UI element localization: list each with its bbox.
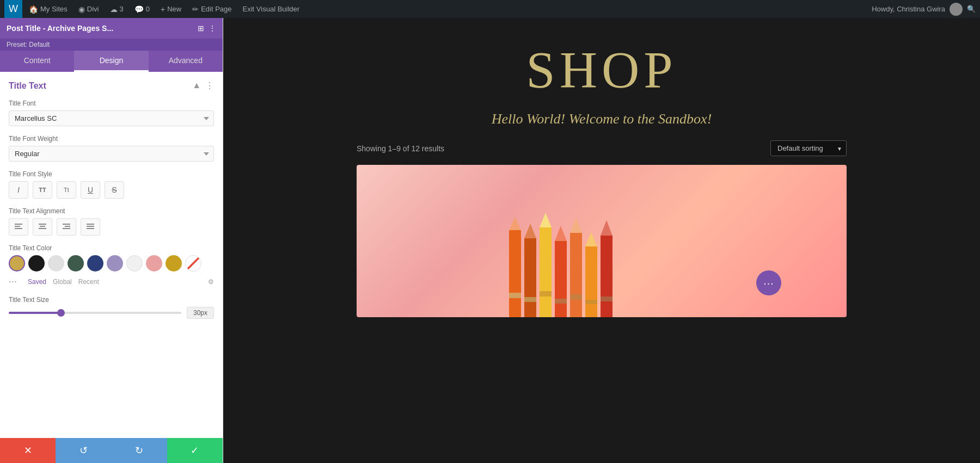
comments-count: 0	[146, 5, 150, 13]
divi-menu[interactable]: ◉ Divi	[74, 0, 103, 18]
tab-content-label: Content	[24, 56, 51, 65]
capitalize-button[interactable]: Tt	[57, 181, 76, 199]
svg-rect-17	[524, 297, 536, 302]
edit-page-label: Edit Page	[201, 5, 231, 13]
svg-rect-30	[601, 236, 612, 317]
sorting-wrapper: Default sorting Sort by popularity Sort …	[770, 140, 847, 156]
strikethrough-button[interactable]: S	[105, 181, 124, 199]
collapse-icon[interactable]: ▲	[192, 81, 201, 91]
color-swatch-gold[interactable]	[9, 255, 25, 271]
cancel-button[interactable]: ✕	[0, 438, 56, 463]
wp-logo[interactable]: W	[4, 0, 22, 18]
redo-icon: ↻	[135, 445, 143, 456]
redo-button[interactable]: ↻	[112, 438, 167, 463]
svg-marker-19	[540, 213, 552, 227]
cloud-menu[interactable]: ☁ 3	[106, 0, 128, 18]
home-icon: 🏠	[29, 5, 38, 14]
svg-marker-28	[585, 232, 597, 246]
svg-rect-24	[570, 233, 582, 317]
svg-rect-20	[540, 291, 552, 297]
save-button[interactable]: ✓	[167, 438, 223, 463]
align-right-button[interactable]	[57, 218, 76, 236]
tab-content[interactable]: Content	[0, 51, 74, 72]
title-text-color-label: Title Text Color	[9, 244, 214, 252]
size-input[interactable]: 30px	[187, 307, 214, 319]
preview-content: SHOP Hello World! Welcome to the Sandbox…	[223, 18, 980, 463]
svg-rect-32	[601, 297, 612, 301]
font-style-buttons: I TT Tt U S	[9, 181, 214, 199]
color-more-button[interactable]: ···	[9, 276, 17, 287]
panel-bottom-buttons: ✕ ↺ ↻ ✓	[0, 438, 223, 463]
wp-admin-bar: W 🏠 My Sites ◉ Divi ☁ 3 💬 0 + New ✏ Edit…	[0, 0, 980, 18]
align-left-button[interactable]	[9, 218, 28, 236]
section-header: Title Text ▲ ⋮	[9, 81, 214, 91]
comment-icon: 💬	[134, 5, 144, 14]
edit-page-menu[interactable]: ✏ Edit Page	[188, 0, 236, 18]
howdy-text: Howdy, Christina Gwira	[872, 5, 945, 13]
shop-subtitle: Hello World! Welcome to the Sandbox!	[492, 111, 712, 127]
maximize-icon[interactable]: ⊞	[198, 24, 204, 33]
underline-button[interactable]: U	[81, 181, 100, 199]
tab-design-label: Design	[100, 56, 124, 65]
tab-advanced[interactable]: Advanced	[149, 51, 223, 72]
exit-vb-label: Exit Visual Builder	[243, 5, 300, 13]
preset-bar[interactable]: Preset: Default	[0, 39, 223, 51]
panel-tabs: Content Design Advanced	[0, 51, 223, 72]
undo-button[interactable]: ↺	[56, 438, 111, 463]
exit-visual-builder-menu[interactable]: Exit Visual Builder	[238, 0, 304, 18]
svg-marker-25	[570, 218, 582, 233]
color-swatches	[9, 255, 214, 271]
title-font-weight-label: Title Font Weight	[9, 135, 214, 143]
title-font-label: Title Font	[9, 100, 214, 107]
title-font-style-label: Title Font Style	[9, 170, 214, 178]
title-font-select[interactable]: Marcellus SC Arial Georgia Times New Rom…	[9, 110, 214, 126]
left-panel: Post Title - Archive Pages S... ⊞ ⋮ Pres…	[0, 18, 223, 463]
color-swatch-lavender[interactable]	[107, 255, 123, 271]
section-more-icon[interactable]: ⋮	[205, 81, 214, 91]
new-menu[interactable]: + New	[156, 0, 186, 18]
save-icon: ✓	[191, 445, 199, 456]
color-settings-icon[interactable]: ⚙	[208, 278, 214, 286]
admin-bar-right: Howdy, Christina Gwira 🔍	[872, 3, 976, 16]
fab-button[interactable]: ···	[756, 270, 781, 295]
color-swatch-white[interactable]	[48, 255, 64, 271]
search-icon[interactable]: 🔍	[967, 5, 976, 13]
panel-header-icons: ⊞ ⋮	[198, 24, 216, 33]
panel-more-icon[interactable]: ⋮	[209, 24, 216, 33]
comments-menu[interactable]: 💬 0	[130, 0, 154, 18]
color-tab-global[interactable]: Global	[53, 278, 72, 286]
color-swatch-pink[interactable]	[146, 255, 162, 271]
italic-button[interactable]: I	[9, 181, 28, 199]
size-slider-track[interactable]	[9, 312, 181, 314]
align-justify-button[interactable]	[81, 218, 100, 236]
svg-rect-27	[585, 246, 597, 317]
my-sites-menu[interactable]: 🏠 My Sites	[24, 0, 72, 18]
color-tab-saved[interactable]: Saved	[28, 278, 46, 286]
color-swatch-light[interactable]	[126, 255, 143, 271]
title-font-style-field: Title Font Style I TT Tt U S	[9, 170, 214, 199]
tab-design[interactable]: Design	[74, 51, 148, 72]
panel-content: Title Text ▲ ⋮ Title Font Marcellus SC A…	[0, 72, 223, 438]
pencil-icon: ✏	[192, 5, 199, 14]
results-row: Showing 1–9 of 12 results Default sortin…	[357, 140, 847, 156]
color-swatch-black[interactable]	[28, 255, 45, 271]
color-swatch-dark-blue[interactable]	[87, 255, 103, 271]
cloud-icon: ☁	[110, 5, 118, 14]
title-text-color-field: Title Text Color ··· Saved Global	[9, 244, 214, 287]
color-tab-recent[interactable]: Recent	[78, 278, 99, 286]
panel-title: Post Title - Archive Pages S...	[7, 24, 113, 33]
svg-rect-12	[509, 230, 521, 317]
uppercase-button[interactable]: TT	[33, 181, 52, 199]
tab-advanced-label: Advanced	[169, 56, 203, 65]
sorting-select[interactable]: Default sorting Sort by popularity Sort …	[770, 140, 847, 156]
svg-rect-26	[570, 294, 582, 300]
align-center-button[interactable]	[33, 218, 52, 236]
title-font-field: Title Font Marcellus SC Arial Georgia Ti…	[9, 100, 214, 126]
size-slider-thumb[interactable]	[57, 309, 65, 317]
svg-rect-14	[509, 293, 521, 298]
title-font-weight-select[interactable]: Regular Bold Light Medium	[9, 146, 214, 162]
color-swatch-clear[interactable]	[185, 255, 201, 271]
preset-label: Preset: Default	[7, 41, 50, 48]
color-swatch-dark-green[interactable]	[68, 255, 84, 271]
color-swatch-gold2[interactable]	[166, 255, 182, 271]
